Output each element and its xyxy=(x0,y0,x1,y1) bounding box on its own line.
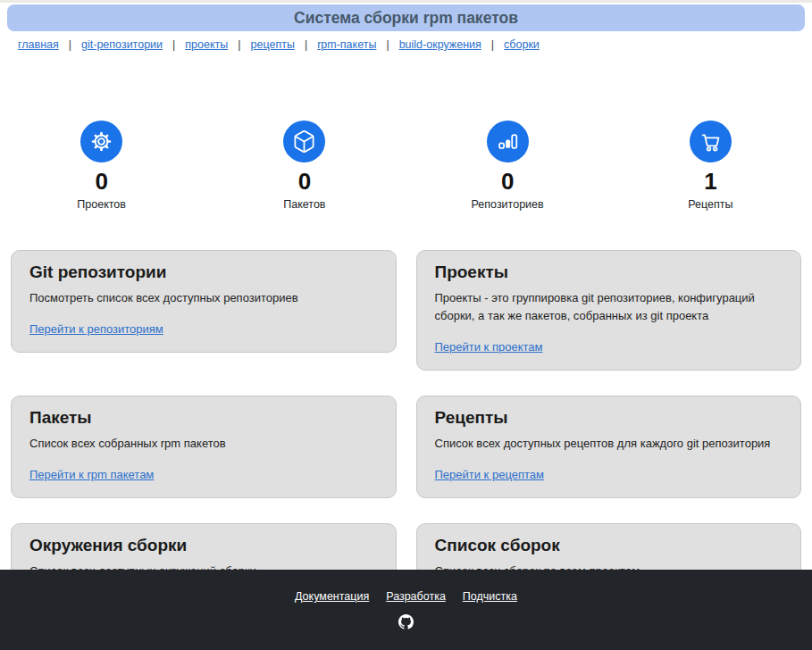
card-description: Список всех доступных рецептов для каждо… xyxy=(435,435,783,453)
card-git-repositories: Git репозитории Посмотреть список всех д… xyxy=(11,250,397,353)
footer-link-development[interactable]: Разработка xyxy=(386,590,446,603)
card-title: Пакеты xyxy=(29,408,378,428)
stat-projects: 0 Проектов xyxy=(0,121,203,211)
card-link-rpm-packages[interactable]: Перейти к rpm пакетам xyxy=(29,468,154,481)
footer-links: Документация Разработка Подчистка xyxy=(295,590,517,603)
breadcrumb: главная|git-репозитории|проекты|рецепты|… xyxy=(18,38,812,51)
stat-circle-packages xyxy=(283,121,325,162)
card-projects: Проекты Проекты - это группировка git ре… xyxy=(416,250,802,371)
stat-value-projects: 0 xyxy=(0,169,203,196)
gear-icon xyxy=(89,129,113,154)
card-title: Git репозитории xyxy=(29,262,378,282)
bar-chart-icon xyxy=(496,129,520,154)
github-link[interactable] xyxy=(398,614,414,629)
cart-icon xyxy=(699,129,723,154)
footer-link-cleanup[interactable]: Подчистка xyxy=(463,590,517,603)
stat-repositories: 0 Репозиториев xyxy=(406,121,609,211)
stat-packages: 0 Пакетов xyxy=(203,121,406,211)
card-link-recipes[interactable]: Перейти к рецептам xyxy=(435,468,544,481)
github-icon xyxy=(398,614,414,629)
card-packages: Пакеты Список всех собранных rpm пакетов… xyxy=(11,396,397,498)
stats-row: 0 Проектов 0 Пакетов 0 Репозиториев xyxy=(0,121,812,211)
card-description: Список всех собранных rpm пакетов xyxy=(29,435,378,453)
stat-circle-projects xyxy=(80,121,122,162)
nav-separator: | xyxy=(238,38,240,51)
nav-item-build-okruzheniya[interactable]: build-окружения xyxy=(399,38,481,51)
page-title: Система сборки rpm пакетов xyxy=(294,9,518,28)
stat-value-packages: 0 xyxy=(203,169,406,196)
package-icon xyxy=(292,129,316,154)
stat-label-projects: Проектов xyxy=(0,198,203,211)
card-title: Список сборок xyxy=(435,536,783,555)
stat-value-repositories: 0 xyxy=(406,169,609,196)
stat-circle-repositories xyxy=(487,121,529,162)
stat-recipes: 1 Рецепты xyxy=(609,121,812,211)
nav-item-glavnaya[interactable]: главная xyxy=(18,38,59,51)
footer: Документация Разработка Подчистка xyxy=(0,570,812,650)
nav-separator: | xyxy=(491,38,494,51)
stat-label-recipes: Рецепты xyxy=(609,198,812,211)
header-banner: Система сборки rpm пакетов xyxy=(7,4,805,31)
card-link-repositories[interactable]: Перейти к репозиториям xyxy=(29,322,163,336)
nav-separator: | xyxy=(305,38,307,51)
nav-item-sborki[interactable]: сборки xyxy=(504,38,540,51)
footer-link-documentation[interactable]: Документация xyxy=(295,590,369,603)
stat-label-repositories: Репозиториев xyxy=(406,198,609,211)
nav-item-proekty[interactable]: проекты xyxy=(185,38,228,51)
card-title: Рецепты xyxy=(435,408,783,428)
card-description: Проекты - это группировка git репозитори… xyxy=(435,289,783,325)
card-description: Посмотреть список всех доступных репозит… xyxy=(29,289,378,307)
card-link-projects[interactable]: Перейти к проектам xyxy=(435,340,543,354)
card-title: Окружения сборки xyxy=(29,536,378,555)
stat-circle-recipes xyxy=(690,121,732,162)
nav-separator: | xyxy=(386,38,389,51)
nav-item-rpm-pakety[interactable]: rpm-пакеты xyxy=(317,38,376,51)
nav-separator: | xyxy=(172,38,175,51)
card-recipes: Рецепты Список всех доступных рецептов д… xyxy=(416,396,802,498)
card-title: Проекты xyxy=(435,262,783,282)
nav-item-recepty[interactable]: рецепты xyxy=(251,38,295,51)
stat-value-recipes: 1 xyxy=(609,169,812,196)
nav-item-git-repos[interactable]: git-репозитории xyxy=(81,38,163,51)
nav-separator: | xyxy=(69,38,71,51)
stat-label-packages: Пакетов xyxy=(203,198,406,211)
